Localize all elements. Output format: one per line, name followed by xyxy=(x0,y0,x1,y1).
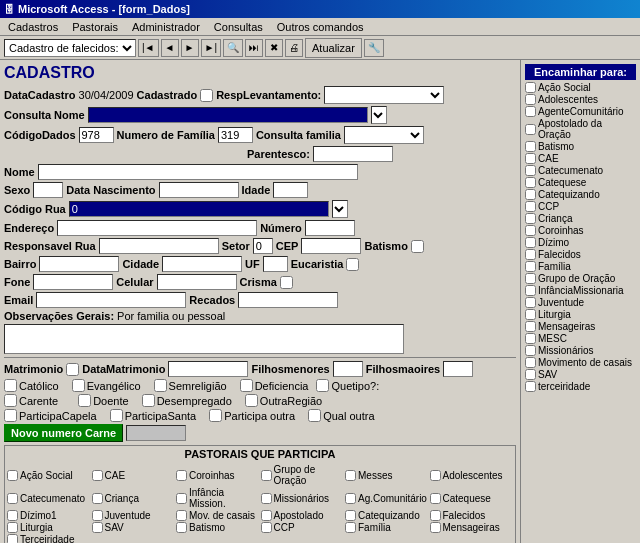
toolbar-dropdown[interactable]: Cadastro de falecidos: xyxy=(4,39,136,57)
side-item-7[interactable]: Catequese xyxy=(525,177,636,188)
side-item-12[interactable]: Dízimo xyxy=(525,237,636,248)
side-checkbox-9[interactable] xyxy=(525,201,536,212)
pastoral-checkbox-10[interactable] xyxy=(345,493,356,504)
side-checkbox-14[interactable] xyxy=(525,261,536,272)
nav-print[interactable]: 🖨 xyxy=(285,39,303,57)
pastoral-checkbox-8[interactable] xyxy=(176,493,187,504)
desempregado-checkbox[interactable] xyxy=(142,394,155,407)
side-checkbox-13[interactable] xyxy=(525,249,536,260)
side-item-10[interactable]: Criança xyxy=(525,213,636,224)
novo-carne-input[interactable] xyxy=(126,425,186,441)
pastoral-checkbox-15[interactable] xyxy=(261,510,272,521)
side-checkbox-23[interactable] xyxy=(525,369,536,380)
consulta-nome-input[interactable] xyxy=(88,107,368,123)
side-checkbox-8[interactable] xyxy=(525,189,536,200)
idade-input[interactable] xyxy=(273,182,308,198)
batismo-checkbox[interactable] xyxy=(411,240,424,253)
side-item-20[interactable]: MESC xyxy=(525,333,636,344)
crisma-checkbox[interactable] xyxy=(280,276,293,289)
pastoral-checkbox-7[interactable] xyxy=(92,493,103,504)
side-checkbox-17[interactable] xyxy=(525,297,536,308)
nav-first[interactable]: |◄ xyxy=(138,39,159,57)
side-item-3[interactable]: Apostolado da Oração xyxy=(525,118,636,140)
side-item-0[interactable]: Ação Social xyxy=(525,82,636,93)
side-item-19[interactable]: Mensageiras xyxy=(525,321,636,332)
sem-religiao-checkbox[interactable] xyxy=(154,379,167,392)
email-input[interactable] xyxy=(36,292,186,308)
consulta-nome-arrow[interactable]: ▼ xyxy=(371,106,387,124)
side-item-17[interactable]: Juventude xyxy=(525,297,636,308)
pastoral-checkbox-19[interactable] xyxy=(92,522,103,533)
side-checkbox-3[interactable] xyxy=(525,124,536,135)
cep-input[interactable] xyxy=(301,238,361,254)
nav-last[interactable]: ►| xyxy=(201,39,222,57)
obs-input[interactable] xyxy=(4,324,404,354)
cidade-input[interactable] xyxy=(162,256,242,272)
resp-rua-input[interactable] xyxy=(99,238,219,254)
side-item-13[interactable]: Falecidos xyxy=(525,249,636,260)
menu-outros[interactable]: Outros comandos xyxy=(271,20,370,34)
side-checkbox-15[interactable] xyxy=(525,273,536,284)
pastoral-checkbox-21[interactable] xyxy=(261,522,272,533)
parentesco-input[interactable] xyxy=(313,146,393,162)
side-item-18[interactable]: Liturgia xyxy=(525,309,636,320)
side-checkbox-1[interactable] xyxy=(525,94,536,105)
pastoral-checkbox-12[interactable] xyxy=(7,510,18,521)
side-checkbox-5[interactable] xyxy=(525,153,536,164)
data-nascimento-input[interactable] xyxy=(159,182,239,198)
evangelico-checkbox[interactable] xyxy=(72,379,85,392)
nome-input[interactable] xyxy=(38,164,358,180)
pastoral-checkbox-16[interactable] xyxy=(345,510,356,521)
nav-skip[interactable]: ⏭ xyxy=(245,39,263,57)
side-checkbox-19[interactable] xyxy=(525,321,536,332)
uf-input[interactable] xyxy=(263,256,288,272)
nav-search[interactable]: 🔍 xyxy=(223,39,243,57)
resp-levantamento-select[interactable] xyxy=(324,86,444,104)
side-checkbox-21[interactable] xyxy=(525,345,536,356)
eucaristia-checkbox[interactable] xyxy=(346,258,359,271)
numero-input[interactable] xyxy=(305,220,355,236)
participa-santa-checkbox[interactable] xyxy=(110,409,123,422)
side-checkbox-0[interactable] xyxy=(525,82,536,93)
pastoral-checkbox-9[interactable] xyxy=(261,493,272,504)
pastoral-checkbox-6[interactable] xyxy=(7,493,18,504)
pastoral-checkbox-4[interactable] xyxy=(345,470,356,481)
side-item-6[interactable]: Catecumenato xyxy=(525,165,636,176)
doente-checkbox[interactable] xyxy=(78,394,91,407)
codigo-dados-input[interactable] xyxy=(79,127,114,143)
side-item-16[interactable]: InfânciaMissionaria xyxy=(525,285,636,296)
side-checkbox-22[interactable] xyxy=(525,357,536,368)
side-item-24[interactable]: terceiridade xyxy=(525,381,636,392)
pastoral-checkbox-23[interactable] xyxy=(430,522,441,533)
side-checkbox-10[interactable] xyxy=(525,213,536,224)
side-checkbox-16[interactable] xyxy=(525,285,536,296)
sexo-input[interactable] xyxy=(33,182,63,198)
pastoral-checkbox-5[interactable] xyxy=(430,470,441,481)
novo-carne-button[interactable]: Novo numero Carne xyxy=(4,424,123,442)
codigo-rua-input[interactable] xyxy=(69,201,329,217)
celular-input[interactable] xyxy=(157,274,237,290)
participa-outra-checkbox[interactable] xyxy=(209,409,222,422)
que-tipo-checkbox[interactable] xyxy=(316,379,329,392)
catolico-checkbox[interactable] xyxy=(4,379,17,392)
side-item-4[interactable]: Batismo xyxy=(525,141,636,152)
update-button[interactable]: Atualizar xyxy=(305,38,362,58)
side-checkbox-4[interactable] xyxy=(525,141,536,152)
setor-input[interactable] xyxy=(253,238,273,254)
side-checkbox-6[interactable] xyxy=(525,165,536,176)
side-item-2[interactable]: AgenteComunitário xyxy=(525,106,636,117)
side-checkbox-24[interactable] xyxy=(525,381,536,392)
side-item-14[interactable]: Família xyxy=(525,261,636,272)
pastoral-checkbox-11[interactable] xyxy=(430,493,441,504)
pastoral-checkbox-2[interactable] xyxy=(176,470,187,481)
extra-btn[interactable]: 🔧 xyxy=(364,39,384,57)
side-item-5[interactable]: CAE xyxy=(525,153,636,164)
pastoral-checkbox-17[interactable] xyxy=(430,510,441,521)
side-item-23[interactable]: SAV xyxy=(525,369,636,380)
menu-cadastros[interactable]: Cadastros xyxy=(2,20,64,34)
menu-consultas[interactable]: Consultas xyxy=(208,20,269,34)
participa-capela-checkbox[interactable] xyxy=(4,409,17,422)
side-checkbox-20[interactable] xyxy=(525,333,536,344)
numero-familia-input[interactable] xyxy=(218,127,253,143)
deficiencia-checkbox[interactable] xyxy=(240,379,253,392)
